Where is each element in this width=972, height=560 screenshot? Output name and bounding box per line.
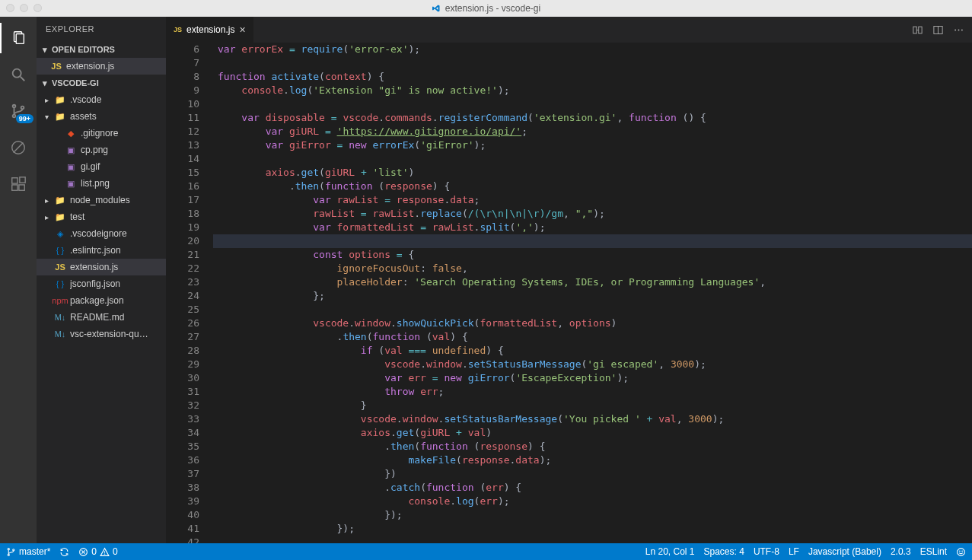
activity-scm[interactable]: 99+ bbox=[0, 96, 37, 126]
folder-item[interactable]: ▸📁node_modules bbox=[37, 192, 166, 208]
code-line[interactable]: placeHolder: 'Search Operating Systems, … bbox=[213, 275, 972, 289]
status-encoding[interactable]: UTF-8 bbox=[754, 546, 779, 557]
status-feedback[interactable] bbox=[956, 547, 966, 557]
activity-search[interactable] bbox=[0, 59, 37, 90]
window-controls[interactable] bbox=[6, 4, 42, 12]
file-item[interactable]: M↓README.md bbox=[37, 309, 166, 326]
file-item[interactable]: { }jsconfig.json bbox=[37, 275, 166, 292]
file-item[interactable]: ▣list.png bbox=[37, 175, 166, 192]
tree-label: assets bbox=[70, 111, 163, 122]
code-line[interactable]: vscode.window.showQuickPick(formattedLis… bbox=[213, 317, 972, 330]
code-line[interactable]: .catch(function (err) { bbox=[213, 481, 972, 495]
tab-extension-js[interactable]: JS extension.js × bbox=[166, 17, 254, 43]
folder-item[interactable]: ▸📁.vscode bbox=[37, 91, 166, 108]
code-line[interactable] bbox=[213, 234, 972, 248]
code-line[interactable]: .then(function (val) { bbox=[213, 330, 972, 344]
code-line[interactable]: axios.get(giURL + val) bbox=[213, 426, 972, 440]
file-item[interactable]: npmpackage.json bbox=[37, 292, 166, 309]
code-line[interactable]: const options = { bbox=[213, 248, 972, 262]
svg-line-3 bbox=[21, 77, 25, 81]
code-line[interactable]: }); bbox=[213, 508, 972, 522]
code-line[interactable]: var giURL = 'https://www.gitignore.io/ap… bbox=[213, 125, 972, 138]
status-eol[interactable]: LF bbox=[789, 546, 799, 557]
code-line[interactable]: var formattedList = rawList.split(','); bbox=[213, 221, 972, 234]
code-line[interactable] bbox=[213, 56, 972, 70]
svg-point-5 bbox=[13, 115, 16, 118]
close-window-icon[interactable] bbox=[6, 4, 14, 12]
code-line[interactable]: .then(function (response) { bbox=[213, 440, 972, 453]
activity-extensions[interactable] bbox=[0, 169, 37, 199]
more-icon[interactable] bbox=[953, 24, 964, 36]
status-eslint[interactable]: ESLint bbox=[920, 546, 947, 557]
tree-label: .vscode bbox=[70, 94, 163, 105]
folder-item[interactable]: ▾📁assets bbox=[37, 108, 166, 125]
code-line[interactable]: vscode.window.setStatusBarMessage('You p… bbox=[213, 412, 972, 426]
code-line[interactable]: }); bbox=[213, 522, 972, 536]
code-line[interactable] bbox=[213, 97, 972, 111]
code-line[interactable]: }) bbox=[213, 467, 972, 481]
code-line[interactable]: var disposable = vscode.commands.registe… bbox=[213, 111, 972, 125]
code-line[interactable]: }; bbox=[213, 289, 972, 303]
code-line[interactable] bbox=[213, 152, 972, 166]
status-spaces[interactable]: Spaces: 4 bbox=[704, 546, 744, 557]
close-tab-icon[interactable]: × bbox=[239, 24, 245, 36]
activity-debug[interactable] bbox=[0, 132, 37, 163]
status-branch[interactable]: master* bbox=[6, 546, 50, 557]
folder-item[interactable]: ▸📁test bbox=[37, 208, 166, 225]
file-tree: ▸📁.vscode▾📁assets◆.gitignore▣cp.png▣gi.g… bbox=[37, 91, 166, 342]
open-editors-header[interactable]: ▾ OPEN EDITORS bbox=[37, 41, 166, 58]
extensions-icon bbox=[10, 176, 27, 192]
tree-label: vsc-extension-qu… bbox=[70, 329, 163, 339]
file-item[interactable]: ▣cp.png bbox=[37, 142, 166, 158]
tree-label: package.json bbox=[70, 295, 163, 306]
code-line[interactable]: var giError = new errorEx('giError'); bbox=[213, 138, 972, 152]
compare-icon[interactable] bbox=[912, 24, 923, 36]
code-line[interactable]: var err = new giError('EscapeException')… bbox=[213, 371, 972, 385]
code-line[interactable]: makeFile(response.data); bbox=[213, 453, 972, 467]
file-item[interactable]: ▣gi.gif bbox=[37, 158, 166, 175]
status-language[interactable]: Javascript (Babel) bbox=[808, 546, 881, 557]
status-version[interactable]: 2.0.3 bbox=[891, 546, 911, 557]
code-content[interactable]: var errorEx = require('error-ex'); funct… bbox=[213, 43, 972, 543]
split-editor-icon[interactable] bbox=[932, 24, 944, 36]
tree-label: gi.gif bbox=[81, 161, 163, 172]
code-line[interactable]: rawList = rawList.replace(/(\r\n|\n|\r)/… bbox=[213, 207, 972, 221]
svg-rect-14 bbox=[919, 27, 922, 33]
code-line[interactable] bbox=[213, 303, 972, 317]
code-line[interactable]: axios.get(giURL + 'list') bbox=[213, 166, 972, 180]
svg-point-28 bbox=[958, 548, 965, 555]
file-item[interactable]: ◆.gitignore bbox=[37, 125, 166, 142]
status-errors: 0 bbox=[91, 546, 97, 557]
code-line[interactable]: if (val === undefined) { bbox=[213, 344, 972, 358]
code-line[interactable]: function activate(context) { bbox=[213, 70, 972, 84]
file-item[interactable]: ◈.vscodeignore bbox=[37, 225, 166, 242]
svg-point-6 bbox=[21, 107, 24, 110]
chevron-right-icon: ▸ bbox=[43, 213, 50, 221]
line-gutter: 6789101112131415161718192021222324252627… bbox=[166, 43, 213, 543]
file-item[interactable]: M↓vsc-extension-qu… bbox=[37, 326, 166, 342]
code-line[interactable]: .then(function (response) { bbox=[213, 180, 972, 193]
zoom-window-icon[interactable] bbox=[33, 4, 42, 12]
open-editor-item[interactable]: JSextension.js bbox=[37, 58, 166, 75]
code-line[interactable]: throw err; bbox=[213, 385, 972, 399]
status-problems[interactable]: 0 0 bbox=[78, 546, 117, 557]
code-line[interactable]: var rawList = response.data; bbox=[213, 193, 972, 207]
code-line[interactable]: var errorEx = require('error-ex'); bbox=[213, 43, 972, 56]
code-line[interactable]: ignoreFocusOut: false, bbox=[213, 262, 972, 275]
project-header[interactable]: ▾ VSCODE-GI bbox=[37, 75, 166, 91]
activity-explorer[interactable] bbox=[0, 23, 37, 53]
status-position[interactable]: Ln 20, Col 1 bbox=[645, 546, 695, 557]
tab-label: extension.js bbox=[186, 24, 234, 35]
file-item[interactable]: JSextension.js bbox=[37, 259, 166, 275]
sync-icon bbox=[59, 547, 69, 557]
file-item[interactable]: { }.eslintrc.json bbox=[37, 242, 166, 259]
code-line[interactable] bbox=[213, 536, 972, 543]
minimize-window-icon[interactable] bbox=[20, 4, 28, 12]
code-line[interactable]: console.log('Extension "gi" is now activ… bbox=[213, 84, 972, 97]
code-line[interactable]: console.log(err); bbox=[213, 495, 972, 508]
code-editor[interactable]: 6789101112131415161718192021222324252627… bbox=[166, 43, 972, 543]
status-sync[interactable] bbox=[59, 547, 69, 557]
svg-rect-13 bbox=[913, 27, 916, 33]
code-line[interactable]: } bbox=[213, 399, 972, 412]
code-line[interactable]: vscode.window.setStatusBarMessage('gi es… bbox=[213, 358, 972, 371]
